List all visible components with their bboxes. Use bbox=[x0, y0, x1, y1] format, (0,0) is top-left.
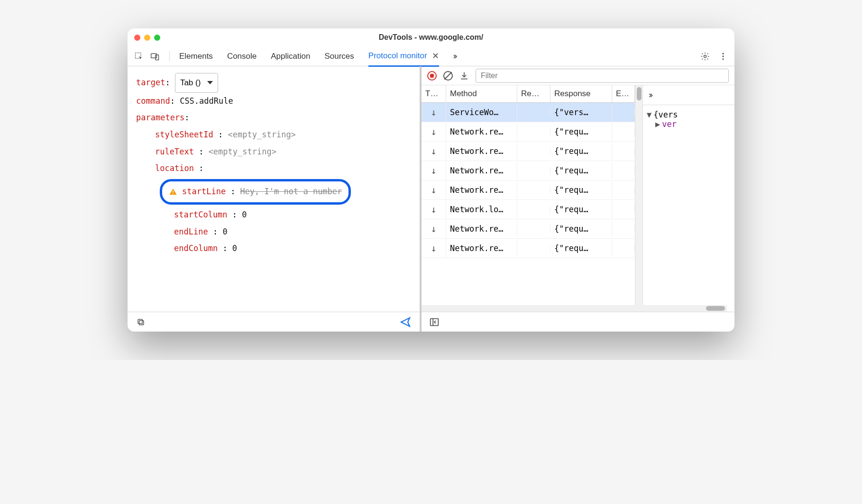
param-endline-key: endLine bbox=[174, 227, 208, 236]
incoming-icon: ↓ bbox=[422, 239, 446, 258]
cell-elapsed bbox=[612, 225, 635, 233]
close-tab-icon[interactable]: ✕ bbox=[432, 51, 439, 61]
param-startline-value[interactable]: Hey, I'm not a number bbox=[240, 183, 342, 200]
target-select[interactable]: Tab () bbox=[175, 73, 218, 93]
cell-method: Network.re… bbox=[446, 123, 517, 140]
cell-elapsed bbox=[612, 167, 635, 174]
log-toolbar bbox=[422, 66, 734, 85]
table-row[interactable]: ↓Network.re…{"requ… bbox=[422, 219, 635, 239]
cell-elapsed bbox=[612, 128, 635, 135]
tab-protocol-monitor[interactable]: Protocol monitor ✕ bbox=[368, 46, 439, 67]
param-ruletext-key: ruleText bbox=[155, 147, 194, 156]
horizontal-scrollbar[interactable] bbox=[422, 305, 727, 312]
command-editor[interactable]: target: Tab () command: CSS.addRule para… bbox=[128, 66, 420, 312]
table-row[interactable]: ↓Network.re…{"requ… bbox=[422, 142, 635, 161]
expand-icon[interactable]: ▶ bbox=[655, 119, 660, 129]
filter-input[interactable] bbox=[476, 69, 729, 83]
titlebar: DevTools - www.google.com/ bbox=[128, 28, 734, 46]
col-elapsed[interactable]: E…▲ bbox=[612, 85, 635, 102]
log-table-rows: ↓ServiceWo…{"vers…↓Network.re…{"requ…↓Ne… bbox=[422, 103, 635, 258]
param-startcolumn-key: startColumn bbox=[174, 210, 228, 219]
table-row[interactable]: ↓Network.re…{"requ… bbox=[422, 122, 635, 142]
col-request[interactable]: Re… bbox=[517, 85, 550, 102]
detail-tree[interactable]: ▼{vers ▶ver bbox=[643, 105, 734, 134]
panel-tabs: Elements Console Application Sources Pro… bbox=[179, 46, 694, 66]
cell-request bbox=[517, 186, 550, 194]
detail-tabs: ›› bbox=[643, 85, 734, 105]
copy-icon[interactable] bbox=[136, 317, 146, 327]
table-row[interactable]: ↓Network.lo…{"requ… bbox=[422, 200, 635, 219]
tab-elements[interactable]: Elements bbox=[179, 47, 213, 65]
cell-method: Network.lo… bbox=[446, 201, 517, 218]
incoming-icon: ↓ bbox=[422, 219, 446, 238]
zoom-window-button[interactable] bbox=[154, 35, 160, 41]
minimize-window-button[interactable] bbox=[144, 35, 150, 41]
log-table-header: T… Method Re… Response E…▲ bbox=[422, 85, 635, 103]
clear-button[interactable] bbox=[443, 71, 453, 81]
cell-request bbox=[517, 167, 550, 174]
more-detail-tabs-icon[interactable]: ›› bbox=[649, 90, 651, 100]
param-endcolumn-value[interactable]: 0 bbox=[232, 243, 237, 253]
close-window-button[interactable] bbox=[134, 35, 140, 41]
cell-response: {"requ… bbox=[550, 181, 612, 198]
panel-body: target: Tab () command: CSS.addRule para… bbox=[128, 66, 734, 332]
svg-point-6 bbox=[722, 58, 724, 60]
expand-icon[interactable]: ▼ bbox=[647, 110, 651, 119]
table-row[interactable]: ↓Network.re…{"requ… bbox=[422, 161, 635, 180]
param-stylesheetid-value[interactable]: <empty_string> bbox=[228, 130, 296, 139]
table-row[interactable]: ↓ServiceWo…{"vers… bbox=[422, 103, 635, 122]
tab-sources[interactable]: Sources bbox=[324, 47, 354, 65]
col-type[interactable]: T… bbox=[422, 85, 446, 102]
svg-point-3 bbox=[704, 55, 706, 57]
save-icon[interactable] bbox=[459, 71, 469, 81]
log-table: T… Method Re… Response E…▲ ↓ServiceWo…{"… bbox=[422, 85, 635, 312]
col-method[interactable]: Method bbox=[446, 85, 517, 102]
svg-point-4 bbox=[722, 53, 724, 54]
toggle-sidebar-icon[interactable] bbox=[429, 317, 440, 327]
chevron-down-icon bbox=[207, 81, 213, 84]
more-tabs-icon[interactable]: ›› bbox=[453, 51, 456, 61]
command-editor-pane: target: Tab () command: CSS.addRule para… bbox=[128, 66, 422, 332]
vertical-scrollbar[interactable] bbox=[635, 85, 642, 312]
cell-elapsed bbox=[612, 186, 635, 194]
protocol-log-pane: T… Method Re… Response E…▲ ↓ServiceWo…{"… bbox=[422, 66, 734, 332]
cell-method: ServiceWo… bbox=[446, 104, 517, 121]
cell-response: {"requ… bbox=[550, 123, 612, 140]
cell-request bbox=[517, 128, 550, 135]
record-button[interactable] bbox=[427, 71, 437, 81]
editor-footer bbox=[128, 312, 420, 332]
col-response[interactable]: Response bbox=[550, 85, 612, 102]
svg-rect-2 bbox=[156, 54, 159, 60]
param-location-key: location bbox=[155, 163, 194, 173]
incoming-icon: ↓ bbox=[422, 180, 446, 199]
table-row[interactable]: ↓Network.re…{"requ… bbox=[422, 239, 635, 258]
svg-point-5 bbox=[722, 55, 724, 57]
cell-request bbox=[517, 225, 550, 233]
send-command-button[interactable] bbox=[400, 316, 411, 328]
svg-rect-8 bbox=[173, 193, 174, 194]
param-ruletext-value[interactable]: <empty_string> bbox=[209, 147, 276, 156]
inspect-element-icon[interactable] bbox=[134, 52, 144, 61]
command-value[interactable]: CSS.addRule bbox=[180, 96, 233, 106]
cell-response: {"requ… bbox=[550, 240, 612, 257]
tab-label: Protocol monitor bbox=[368, 51, 427, 61]
table-row[interactable]: ↓Network.re…{"requ… bbox=[422, 180, 635, 200]
main-toolbar: Elements Console Application Sources Pro… bbox=[128, 46, 734, 66]
detail-pane: ›› ▼{vers ▶ver bbox=[642, 85, 734, 312]
tab-console[interactable]: Console bbox=[227, 47, 257, 65]
cell-elapsed bbox=[612, 147, 635, 155]
settings-icon[interactable] bbox=[700, 52, 710, 61]
cell-response: {"requ… bbox=[550, 162, 612, 179]
cell-request bbox=[517, 206, 550, 213]
window-title: DevTools - www.google.com/ bbox=[379, 33, 483, 42]
cell-elapsed bbox=[612, 244, 635, 252]
startline-error-highlight: startLine : Hey, I'm not a number bbox=[160, 179, 351, 205]
param-endline-value[interactable]: 0 bbox=[222, 227, 227, 236]
warning-icon bbox=[169, 188, 177, 196]
device-toolbar-icon[interactable] bbox=[150, 52, 160, 61]
param-startline-key: startLine bbox=[182, 183, 226, 200]
tab-application[interactable]: Application bbox=[271, 47, 310, 65]
cell-request bbox=[517, 244, 550, 252]
more-options-icon[interactable] bbox=[718, 52, 728, 61]
param-startcolumn-value[interactable]: 0 bbox=[242, 210, 247, 219]
